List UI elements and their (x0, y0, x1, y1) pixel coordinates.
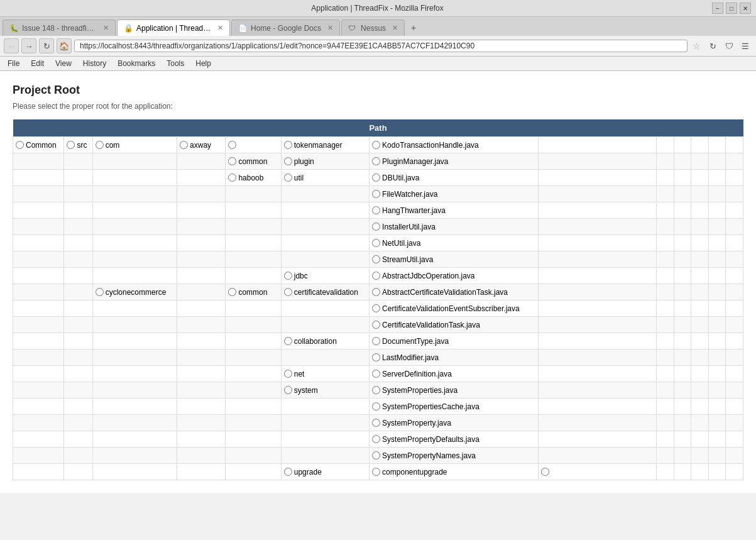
cell-java-kodo[interactable]: KodoTransactionHandle.java (370, 137, 539, 153)
menu-edit[interactable]: Edit (26, 58, 49, 69)
cell-cyclonecommerce[interactable]: cyclonecommerce (92, 284, 177, 300)
cell-java-netutil[interactable]: NetUtil.java (370, 235, 539, 251)
cell-common3[interactable]: common (226, 284, 281, 300)
cell-java-certtask[interactable]: CertificateValidationTask.java (370, 317, 539, 333)
cell-java-streamutil[interactable]: StreamUtil.java (370, 251, 539, 268)
radio-java-netutil[interactable] (372, 239, 380, 247)
radio-java-syspropscache[interactable] (372, 402, 380, 411)
tab-issue148[interactable]: 🐛 Issue 148 - threadfix ... ✕ (3, 19, 116, 36)
menu-tools[interactable]: Tools (162, 58, 189, 69)
cell-jdbc[interactable]: jdbc (281, 268, 369, 284)
cell-tokenmanager[interactable]: tokenmanager (281, 137, 369, 153)
radio-java-installerutil[interactable] (372, 223, 380, 231)
radio-certval[interactable] (284, 288, 292, 296)
cell-com[interactable]: com (92, 137, 177, 153)
radio-java-hangthwarter[interactable] (372, 206, 380, 214)
cell-java-componentupgrade[interactable]: componentupgrade (370, 464, 539, 480)
window-controls[interactable]: − □ ✕ (712, 3, 751, 14)
radio-java-lastmodifier[interactable] (372, 353, 380, 361)
shield-icon[interactable]: 🛡 (722, 39, 736, 53)
forward-button[interactable]: → (21, 38, 36, 53)
close-button[interactable]: ✕ (740, 3, 751, 14)
cell-java-sysprop[interactable]: SystemProperty.java (370, 415, 539, 431)
cell-java-certeventsubscriber[interactable]: CertificateValidationEventSubscriber.jav… (370, 300, 539, 317)
radio-java-streamutil[interactable] (372, 255, 380, 263)
radio-haboob[interactable] (228, 174, 236, 182)
cell-clusterold[interactable] (226, 137, 281, 153)
radio-src[interactable] (67, 141, 75, 149)
cell-common[interactable]: Common (13, 137, 64, 153)
cell-java-pluginmgr[interactable]: PluginManager.java (370, 153, 539, 170)
cell-collaboration[interactable]: collaboration (281, 333, 369, 350)
radio-java-sysprops[interactable] (372, 386, 380, 394)
radio-java-filewatcher[interactable] (372, 190, 380, 198)
radio-util[interactable] (284, 174, 292, 182)
cell-axway[interactable]: axway (177, 137, 226, 153)
radio-java-abstractcert[interactable] (372, 288, 380, 296)
radio-java-syspropdefaults[interactable] (372, 435, 380, 443)
radio-extra-upgrade[interactable] (541, 468, 549, 476)
radio-common[interactable] (16, 141, 24, 149)
radio-net[interactable] (284, 370, 292, 378)
radio-java-pluginmgr[interactable] (372, 157, 380, 165)
cell-java-hangthwarter[interactable]: HangThwarter.java (370, 202, 539, 219)
tab-close-issue148[interactable]: ✕ (103, 24, 109, 32)
menu-icon[interactable]: ☰ (738, 39, 752, 53)
home-button[interactable]: 🏠 (57, 38, 72, 53)
bookmark-star[interactable]: ☆ (693, 41, 701, 51)
menu-bookmarks[interactable]: Bookmarks (112, 58, 160, 69)
cell-java-filewatcher[interactable]: FileWatcher.java (370, 186, 539, 202)
back-button[interactable]: ← (4, 38, 19, 53)
cell-haboob[interactable]: haboob (226, 170, 281, 186)
tab-close-googledocs[interactable]: ✕ (327, 24, 333, 32)
address-bar[interactable] (74, 40, 688, 52)
cell-plugin[interactable]: plugin (281, 153, 369, 170)
url-input[interactable] (80, 41, 682, 50)
radio-plugin[interactable] (284, 157, 292, 165)
radio-common3[interactable] (228, 288, 236, 296)
cell-java-dbutil[interactable]: DBUtil.java (370, 170, 539, 186)
radio-cyclonecommerce[interactable] (96, 288, 104, 296)
refresh-icon[interactable]: ↻ (706, 39, 720, 53)
cell-java-serverdef[interactable]: ServerDefinition.java (370, 366, 539, 382)
cell-system[interactable]: system (281, 382, 369, 399)
menu-view[interactable]: View (50, 58, 77, 69)
reload-button[interactable]: ↻ (39, 38, 54, 53)
tab-application[interactable]: 🔒 Application | ThreadFix ✕ (117, 19, 230, 36)
cell-java-installerutil[interactable]: InstallerUtil.java (370, 219, 539, 235)
new-tab-button[interactable]: + (406, 19, 421, 36)
minimize-button[interactable]: − (712, 3, 723, 14)
cell-java-sysprops[interactable]: SystemProperties.java (370, 382, 539, 399)
cell-java-syspropscache[interactable]: SystemPropertiesCache.java (370, 399, 539, 415)
radio-java-kodo[interactable] (372, 141, 380, 149)
cell-certval[interactable]: certificatevalidation (281, 284, 369, 300)
cell-java-syspropdefaults[interactable]: SystemPropertyDefaults.java (370, 431, 539, 448)
radio-java-dbutil[interactable] (372, 174, 380, 182)
radio-clusterold[interactable] (228, 141, 236, 149)
maximize-button[interactable]: □ (726, 3, 737, 14)
radio-jdbc[interactable] (284, 272, 292, 280)
menu-help[interactable]: Help (190, 58, 216, 69)
radio-java-documenttype[interactable] (372, 337, 380, 345)
cell-src[interactable]: src (64, 137, 92, 153)
tab-nessus[interactable]: 🛡 Nessus ✕ (341, 19, 405, 36)
radio-tokenmanager[interactable] (284, 141, 292, 149)
menu-history[interactable]: History (78, 58, 111, 69)
tab-googledocs[interactable]: 📄 Home - Google Docs ✕ (231, 19, 340, 36)
cell-java-lastmodifier[interactable]: LastModifier.java (370, 350, 539, 366)
cell-common2[interactable]: common (226, 153, 281, 170)
tab-close-application[interactable]: ✕ (217, 24, 223, 32)
radio-java-certeventsubscriber[interactable] (372, 304, 380, 312)
cell-util[interactable]: util (281, 170, 369, 186)
radio-upgrade[interactable] (284, 468, 292, 476)
radio-java-syspropnames[interactable] (372, 451, 380, 460)
radio-java-serverdef[interactable] (372, 370, 380, 378)
cell-java-abstractjdbc[interactable]: AbstractJdbcOperation.java (370, 268, 539, 284)
radio-system[interactable] (284, 386, 292, 394)
radio-axway[interactable] (180, 141, 188, 149)
tab-close-nessus[interactable]: ✕ (392, 24, 398, 32)
cell-java-abstractcert[interactable]: AbstractCertificateValidationTask.java (370, 284, 539, 300)
radio-common2[interactable] (228, 157, 236, 165)
radio-java-certtask[interactable] (372, 321, 380, 329)
radio-java-sysprop[interactable] (372, 419, 380, 427)
